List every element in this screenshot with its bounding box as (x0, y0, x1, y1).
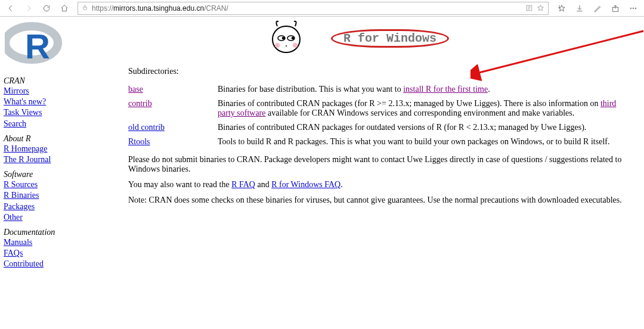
svg-point-12 (282, 37, 285, 40)
table-row: Rtools Tools to build R and R packages. … (128, 135, 639, 149)
reader-icon[interactable] (525, 4, 533, 12)
r-windows-faq-link[interactable]: R for Windows FAQ (271, 180, 340, 189)
nav-faqs[interactable]: FAQs (4, 248, 23, 259)
subdir-contrib-link[interactable]: contrib (128, 99, 152, 108)
paragraph-virus-note: Note: CRAN does some checks on these bin… (128, 195, 639, 205)
install-first-time-link[interactable]: install R for the first time (403, 85, 488, 94)
paragraph-no-submit: Please do not submit binaries to CRAN. P… (128, 155, 639, 174)
refresh-button[interactable] (38, 1, 55, 15)
table-row: base Binaries for base distribution. Thi… (128, 82, 639, 97)
nav-group-about: About R R Homepage The R Journal (4, 134, 128, 165)
url-text: https://mirrors.tuna.tsinghua.edu.cn/CRA… (92, 4, 522, 13)
subdirs-heading: Subdirectories: (128, 67, 639, 76)
table-row: old contrib Binaries of contributed CRAN… (128, 120, 639, 135)
nav-heading-documentation: Documentation (4, 228, 128, 237)
r-faq-link[interactable]: R FAQ (231, 180, 255, 189)
nav-search[interactable]: Search (4, 119, 26, 129)
svg-point-13 (292, 37, 295, 40)
nav-r-journal[interactable]: The R Journal (4, 154, 51, 165)
subdir-old-contrib-desc: Binaries of contributed CRAN packages fo… (218, 120, 639, 135)
nav-r-homepage[interactable]: R Homepage (4, 144, 47, 154)
svg-rect-0 (83, 7, 87, 10)
subdir-rtools-desc: Tools to build R and R packages. This is… (218, 135, 639, 149)
subdir-contrib-desc: Binaries of contributed CRAN packages (f… (218, 97, 639, 120)
subdir-rtools-link[interactable]: Rtools (128, 137, 150, 146)
more-button[interactable] (625, 1, 642, 15)
subdir-base-link[interactable]: base (128, 85, 143, 94)
nav-heading-about: About R (4, 134, 128, 144)
svg-rect-9 (273, 26, 300, 52)
r-logo: R (4, 20, 128, 72)
page-title: R for Windows (331, 29, 449, 48)
sidebar: R CRAN Mirrors What's new? Task Views Se… (0, 17, 128, 269)
downloads-button[interactable] (571, 1, 588, 15)
nav-heading-cran: CRAN (4, 76, 128, 86)
paragraph-faq: You may also want to read the R FAQ and … (128, 180, 639, 190)
nav-heading-software: Software (4, 170, 128, 179)
nav-other[interactable]: Other (4, 212, 23, 223)
subdirs-table: base Binaries for base distribution. Thi… (128, 82, 639, 149)
svg-point-5 (635, 8, 636, 9)
svg-point-3 (630, 8, 631, 9)
lock-icon (82, 4, 88, 13)
back-button[interactable] (2, 1, 19, 15)
nav-group-cran: CRAN Mirrors What's new? Task Views Sear… (4, 76, 128, 129)
share-button[interactable] (607, 1, 624, 15)
subdir-base-desc: Binaries for base distribution. This is … (218, 82, 639, 97)
nav-group-documentation: Documentation Manuals FAQs Contributed (4, 228, 128, 270)
favorites-button[interactable] (553, 1, 570, 15)
nav-task-views[interactable]: Task Views (4, 107, 42, 118)
main-content: R for Windows Subdirectories: base Binar… (128, 17, 644, 269)
home-button[interactable] (56, 1, 73, 15)
svg-point-14 (275, 43, 280, 48)
forward-button[interactable] (20, 1, 37, 15)
notes-button[interactable] (589, 1, 606, 15)
nav-r-sources[interactable]: R Sources (4, 179, 38, 190)
subdir-old-contrib-link[interactable]: old contrib (128, 123, 165, 132)
svg-point-16 (286, 45, 287, 46)
svg-point-4 (633, 8, 634, 9)
nav-manuals[interactable]: Manuals (4, 237, 32, 248)
doodle-face-icon (265, 20, 307, 56)
nav-mirrors[interactable]: Mirrors (4, 86, 29, 97)
svg-text:R: R (25, 27, 50, 66)
svg-point-15 (293, 43, 298, 48)
nav-packages[interactable]: Packages (4, 201, 35, 212)
nav-r-binaries[interactable]: R Binaries (4, 190, 39, 201)
browser-toolbar: https://mirrors.tuna.tsinghua.edu.cn/CRA… (0, 0, 644, 17)
star-icon[interactable] (537, 4, 544, 12)
address-bar[interactable]: https://mirrors.tuna.tsinghua.edu.cn/CRA… (78, 2, 549, 15)
nav-whats-new[interactable]: What's new? (4, 97, 46, 107)
nav-group-software: Software R Sources R Binaries Packages O… (4, 170, 128, 223)
table-row: contrib Binaries of contributed CRAN pac… (128, 97, 639, 120)
nav-contributed[interactable]: Contributed (4, 259, 44, 269)
